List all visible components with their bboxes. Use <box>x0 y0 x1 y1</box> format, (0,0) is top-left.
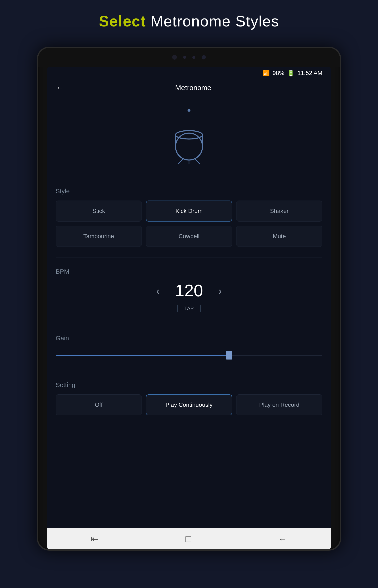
nav-icon-home[interactable]: □ <box>185 534 191 544</box>
style-button-tambourine[interactable]: Tambourine <box>56 226 142 247</box>
gain-slider-track[interactable] <box>56 355 322 356</box>
bpm-row: ‹ 120 › <box>56 281 322 300</box>
tablet-bezel <box>38 48 340 67</box>
volume-up-button[interactable] <box>340 174 341 191</box>
svg-line-5 <box>195 159 200 164</box>
top-nav: ← Metronome <box>47 79 331 96</box>
clock: 11:52 AM <box>297 70 322 76</box>
gain-section: Gain <box>56 328 322 366</box>
drum-icon <box>168 122 210 164</box>
volume-down-button[interactable] <box>340 195 341 212</box>
style-grid: StickKick DrumShakerTambourineCowbellMut… <box>56 200 322 247</box>
drum-area <box>56 96 322 173</box>
style-label: Style <box>56 187 322 195</box>
sensor-dot1 <box>183 56 186 59</box>
setting-label: Setting <box>56 381 322 388</box>
bpm-section: BPM ‹ 120 › TAP <box>56 262 322 320</box>
status-bar-content: 📶 98% 🔋 11:52 AM <box>263 70 322 77</box>
setting-grid: OffPlay ContinuouslyPlay on Record <box>56 394 322 415</box>
page-title-highlight: Select <box>99 13 146 30</box>
tap-button[interactable]: TAP <box>177 304 201 313</box>
bpm-prev-button[interactable]: ‹ <box>156 285 160 296</box>
svg-point-1 <box>176 131 202 139</box>
gain-slider-thumb[interactable] <box>226 351 232 360</box>
setting-button-play-continuously[interactable]: Play Continuously <box>146 394 232 415</box>
tablet-side-buttons <box>340 174 341 212</box>
screen-title: Metronome <box>64 84 322 92</box>
sensor-dot2 <box>192 56 195 59</box>
gain-label: Gain <box>56 334 322 342</box>
camera-dot <box>172 55 177 60</box>
style-button-mute[interactable]: Mute <box>236 226 322 247</box>
style-button-kick-drum[interactable]: Kick Drum <box>146 200 232 222</box>
style-section: Style StickKick DrumShakerTambourineCowb… <box>56 181 322 253</box>
tablet-device: 📶 98% 🔋 11:52 AM ← Metronome <box>37 47 341 551</box>
page-title: Select Metronome Styles <box>99 13 279 30</box>
battery-icon: 🔋 <box>287 70 295 77</box>
setting-button-off[interactable]: Off <box>56 394 142 415</box>
nav-icon-back[interactable]: ← <box>278 534 287 544</box>
bpm-next-button[interactable]: › <box>218 285 222 296</box>
divider-4 <box>56 371 322 371</box>
dot-indicator <box>188 109 190 112</box>
bottom-nav-bar: ⇤ □ ← <box>47 528 331 549</box>
style-button-stick[interactable]: Stick <box>56 200 142 222</box>
tablet-screen: 📶 98% 🔋 11:52 AM ← Metronome <box>47 67 331 549</box>
svg-point-0 <box>176 133 202 160</box>
back-button[interactable]: ← <box>56 83 64 93</box>
svg-line-4 <box>178 159 183 164</box>
speaker-dot <box>202 55 206 59</box>
main-content: Style StickKick DrumShakerTambourineCowb… <box>47 96 331 528</box>
nav-icon-menu[interactable]: ⇤ <box>91 534 98 544</box>
divider-2 <box>56 257 322 257</box>
gain-slider-fill <box>56 355 229 356</box>
wifi-icon: 📶 <box>263 70 270 76</box>
gain-slider-wrap <box>56 347 322 360</box>
bpm-value: 120 <box>172 281 206 300</box>
page-title-rest: Metronome Styles <box>146 13 279 30</box>
bpm-label: BPM <box>56 268 322 275</box>
style-button-shaker[interactable]: Shaker <box>236 200 322 222</box>
status-bar: 📶 98% 🔋 11:52 AM <box>47 67 331 79</box>
style-button-cowbell[interactable]: Cowbell <box>146 226 232 247</box>
setting-section: Setting OffPlay ContinuouslyPlay on Reco… <box>56 375 322 422</box>
battery-level: 98% <box>273 70 284 76</box>
setting-button-play-on-record[interactable]: Play on Record <box>236 394 322 415</box>
